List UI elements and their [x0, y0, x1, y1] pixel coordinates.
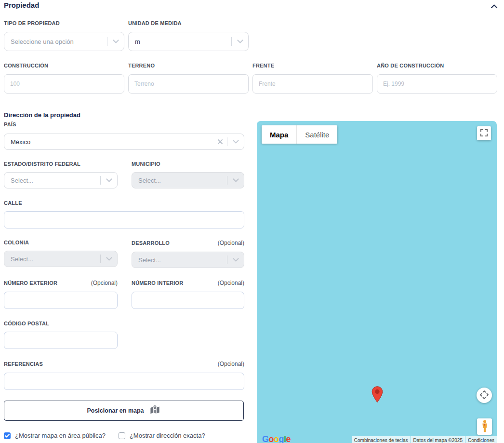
- posicionar-en-mapa-button[interactable]: Posicionar en mapa: [4, 401, 244, 421]
- referencias-label: REFERENCIAS: [4, 361, 43, 367]
- codigo-postal-input[interactable]: [4, 332, 118, 349]
- calle-input[interactable]: [4, 211, 244, 228]
- terms-link[interactable]: Condiciones: [465, 436, 497, 443]
- show-map-public-checkbox-group[interactable]: ¿Mostrar mapa en área pública?: [4, 432, 106, 439]
- estado-placeholder: Select...: [11, 177, 100, 184]
- fullscreen-button[interactable]: [477, 126, 491, 140]
- pegman-icon: [481, 420, 489, 434]
- codigo-postal-label: CÓDIGO POSTAL: [4, 321, 49, 326]
- desarrollo-placeholder: Select...: [138, 256, 227, 264]
- collapse-section-button[interactable]: [489, 1, 499, 12]
- show-map-public-label: ¿Mostrar mapa en área pública?: [15, 432, 106, 439]
- frente-input[interactable]: [252, 74, 373, 94]
- referencias-optional-tag: (Opcional): [218, 361, 244, 367]
- tipo-propiedad-label: TIPO DE PROPIEDAD: [4, 20, 124, 26]
- estado-label: ESTADO/DISTRITO FEDERAL: [4, 161, 80, 167]
- tipo-propiedad-select[interactable]: Seleccione una opción: [4, 32, 124, 51]
- map-location-icon: [149, 404, 161, 417]
- map-type-control: Mapa Satélite: [262, 125, 337, 144]
- address-section: Dirección de la propiedad PAÍS México ES…: [4, 111, 244, 439]
- unidad-medida-value: m: [135, 38, 231, 45]
- map-pin-icon[interactable]: [371, 386, 383, 405]
- terreno-label: TERRENO: [128, 63, 249, 68]
- address-section-title: Dirección de la propiedad: [4, 111, 244, 119]
- anio-construccion-label: AÑO DE CONSTRUCCIÓN: [377, 63, 497, 68]
- construccion-label: CONSTRUCCIÓN: [4, 63, 124, 68]
- estado-select[interactable]: Select...: [4, 172, 118, 188]
- desarrollo-label: DESARROLLO: [132, 240, 170, 246]
- construccion-input[interactable]: [4, 74, 124, 94]
- show-map-public-checkbox[interactable]: [4, 432, 11, 439]
- chevron-up-icon: [491, 3, 498, 10]
- posicionar-en-mapa-label: Posicionar en mapa: [87, 407, 144, 414]
- numero-interior-label: NÚMERO INTERIOR: [132, 280, 184, 286]
- pan-control-button[interactable]: [477, 388, 492, 403]
- unidad-medida-label: UNIDAD DE MEDIDA: [128, 20, 249, 26]
- colonia-label: COLONIA: [4, 240, 29, 245]
- map-tab-mapa[interactable]: Mapa: [262, 125, 296, 144]
- google-logo[interactable]: Google: [262, 434, 291, 443]
- map-data-copyright: Datos del mapa ©2025: [411, 436, 465, 443]
- show-exact-address-checkbox[interactable]: [119, 432, 125, 439]
- referencias-input[interactable]: [4, 373, 244, 390]
- desarrollo-optional-tag: (Opcional): [218, 240, 244, 246]
- municipio-select: Select...: [132, 172, 244, 188]
- clear-icon[interactable]: [213, 139, 227, 144]
- colonia-placeholder: Select...: [11, 255, 100, 263]
- anio-construccion-input[interactable]: [377, 74, 497, 94]
- google-map[interactable]: Mapa Satélite: [257, 121, 497, 443]
- pais-label: PAÍS: [4, 121, 244, 127]
- property-form-page: Propiedad TIPO DE PROPIEDAD Seleccione u…: [0, 0, 504, 443]
- pais-select[interactable]: México: [4, 134, 244, 150]
- numero-exterior-input[interactable]: [4, 292, 118, 309]
- colonia-select: Select...: [4, 251, 118, 267]
- fullscreen-icon: [480, 129, 488, 138]
- numero-interior-optional-tag: (Opcional): [218, 280, 244, 286]
- chevron-down-icon[interactable]: [227, 140, 244, 144]
- numero-interior-input[interactable]: [132, 292, 244, 309]
- municipio-placeholder: Select...: [138, 177, 227, 184]
- show-exact-address-checkbox-group[interactable]: ¿Mostrar dirección exacta?: [119, 432, 205, 439]
- chevron-down-icon[interactable]: [232, 40, 248, 43]
- chevron-down-icon: [227, 258, 244, 262]
- municipio-label: MUNICIPIO: [132, 161, 160, 167]
- desarrollo-select: Select...: [132, 252, 244, 268]
- chevron-down-icon: [101, 257, 117, 261]
- tipo-propiedad-placeholder: Seleccione una opción: [11, 38, 107, 45]
- chevron-down-icon[interactable]: [107, 40, 124, 43]
- chevron-down-icon[interactable]: [101, 178, 117, 182]
- map-tab-satelite[interactable]: Satélite: [296, 125, 337, 144]
- pais-value: México: [11, 138, 213, 146]
- numero-exterior-label: NÚMERO EXTERIOR: [4, 280, 57, 286]
- show-exact-address-label: ¿Mostrar dirección exacta?: [130, 432, 205, 439]
- street-view-pegman-button[interactable]: [477, 418, 492, 435]
- chevron-down-icon: [227, 178, 244, 182]
- numero-exterior-optional-tag: (Opcional): [91, 280, 118, 286]
- terreno-input[interactable]: [128, 74, 249, 94]
- keyboard-shortcuts-link[interactable]: Combinaciones de teclas: [352, 436, 411, 443]
- check-icon: [5, 434, 10, 438]
- calle-label: CALLE: [4, 200, 22, 206]
- frente-label: FRENTE: [252, 63, 373, 68]
- unidad-medida-select[interactable]: m: [128, 32, 249, 51]
- property-fields: TIPO DE PROPIEDAD Seleccione una opción …: [4, 20, 497, 94]
- page-title: Propiedad: [4, 1, 39, 9]
- pan-move-icon: [480, 390, 489, 401]
- map-attribution: Combinaciones de teclas Datos del mapa ©…: [352, 436, 497, 443]
